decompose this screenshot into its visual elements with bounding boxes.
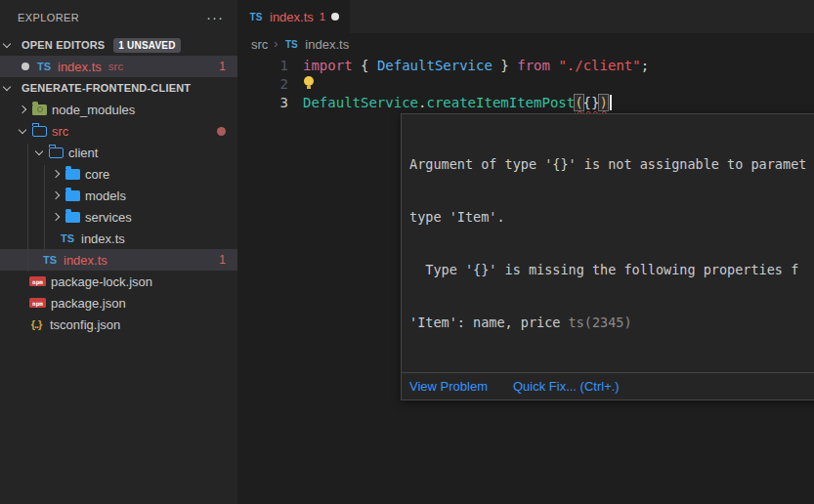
code-line-3: 3 DefaultService.createItemItemPost({}) [237, 94, 814, 112]
breadcrumb-folder[interactable]: src [251, 37, 268, 52]
npm-icon: npm [29, 276, 46, 286]
chevron-separator-icon: › [274, 37, 278, 51]
project-section-header[interactable]: GENERATE-FRONTEND-CLIENT [0, 77, 237, 99]
error-dot-icon [217, 127, 226, 136]
code-editor[interactable]: 1 import { DefaultService } from "./clie… [237, 57, 814, 112]
hover-footer: View Problem Quick Fix... (Ctrl+.) [402, 372, 814, 399]
chevron-down-icon [35, 147, 43, 154]
error-hover-tooltip: Argument of type '{}' is not assignable … [401, 113, 814, 400]
explorer-titlebar: EXPLORER ··· [0, 0, 237, 34]
view-problem-link[interactable]: View Problem [409, 379, 488, 394]
tree-item-src-indexts[interactable]: TS index.ts 1 [0, 249, 237, 271]
typescript-icon: TS [248, 12, 264, 22]
line-number: 1 [237, 57, 288, 75]
explorer-title: EXPLORER [18, 12, 79, 23]
typescript-icon: TS [35, 61, 53, 72]
error-message-line: type 'Item'. [409, 208, 814, 226]
error-message-line: 'Item': name, price ts(2345) [409, 314, 814, 331]
npm-icon: npm [29, 298, 46, 308]
tree-item-models[interactable]: models [0, 185, 237, 206]
breadcrumb: src › TS index.ts [237, 33, 814, 55]
tree-item-label: package.json [51, 296, 126, 311]
tab-filename: index.ts [270, 10, 314, 24]
indent-guide [44, 165, 45, 251]
tree-item-tsconfig[interactable]: {..} tsconfig.json [0, 314, 237, 335]
tree-item-label: index.ts [64, 253, 107, 268]
tree-item-label: core [85, 167, 109, 182]
typescript-icon: TS [41, 254, 59, 266]
error-message-line: Type '{}' is missing the following prope… [409, 261, 814, 278]
text-cursor [610, 95, 612, 110]
code-line-2: 2 [237, 75, 814, 94]
chevron-right-icon [52, 213, 60, 221]
tree-item-label: client [68, 146, 98, 160]
chevron-right-icon [19, 105, 26, 113]
line-number: 2 [237, 75, 288, 94]
chevron-right-icon [52, 191, 60, 199]
open-editor-filename: index.ts [58, 60, 102, 74]
indent-guide [27, 144, 28, 272]
error-message-line: Argument of type '{}' is not assignable … [409, 155, 814, 173]
unsaved-count-badge: 1 UNSAVED [113, 38, 180, 53]
folder-icon [65, 190, 80, 201]
tree-item-label: models [85, 189, 126, 203]
tree-item-label: node_modules [52, 103, 135, 117]
chevron-down-icon [19, 125, 26, 133]
quick-fix-link[interactable]: Quick Fix... (Ctrl+.) [513, 379, 620, 394]
tree-item-client[interactable]: client [0, 142, 237, 163]
tree-item-label: services [85, 210, 132, 225]
tree-item-package-json[interactable]: npm package.json [0, 292, 237, 314]
json-braces-icon: {..} [27, 318, 45, 330]
open-editors-section-header[interactable]: OPEN EDITORS 1 UNSAVED [0, 34, 237, 56]
tab-bar: TS index.ts 1 [237, 0, 814, 33]
folder-open-icon [32, 126, 47, 137]
lightbulb-icon[interactable] [304, 76, 314, 89]
tree-item-src[interactable]: src [0, 120, 237, 142]
chevron-down-icon [3, 39, 11, 47]
line-number: 3 [237, 94, 288, 112]
tab-indexts[interactable]: TS index.ts 1 [237, 0, 350, 33]
unsaved-dot-icon[interactable] [331, 13, 339, 21]
folder-icon [65, 212, 80, 223]
folder-open-icon [49, 147, 64, 158]
tree-item-label: src [52, 124, 68, 139]
tab-error-count: 1 [320, 11, 325, 22]
explorer-sidebar: EXPLORER ··· OPEN EDITORS 1 UNSAVED TS i… [0, 0, 237, 504]
more-actions-icon[interactable]: ··· [206, 13, 224, 22]
tree-item-services[interactable]: services [0, 206, 237, 228]
typescript-icon: TS [59, 232, 76, 244]
tree-item-label: tsconfig.json [50, 317, 120, 332]
folder-icon [65, 169, 80, 180]
tree-item-label: package-lock.json [51, 274, 152, 289]
project-name-label: GENERATE-FRONTEND-CLIENT [21, 82, 191, 94]
error-squiggle: ({}) [575, 95, 608, 110]
tree-item-label: index.ts [81, 231, 125, 246]
tree-item-node-modules[interactable]: node_modules [0, 99, 237, 120]
code-line-1: 1 import { DefaultService } from "./clie… [237, 57, 814, 75]
tree-item-package-lock[interactable]: npm package-lock.json [0, 271, 237, 292]
chevron-down-icon [3, 82, 11, 90]
tree-item-core[interactable]: core [0, 163, 237, 185]
ts-error-code: ts(2345) [569, 315, 632, 330]
open-editors-label: OPEN EDITORS [21, 39, 105, 51]
open-editor-item-indexts[interactable]: TS index.ts src 1 [0, 56, 237, 77]
tree-item-client-indexts[interactable]: TS index.ts [0, 228, 237, 249]
node-modules-folder-icon [32, 105, 47, 115]
breadcrumb-file[interactable]: index.ts [305, 37, 349, 52]
typescript-icon: TS [283, 39, 299, 50]
error-count: 1 [219, 253, 226, 267]
vscode-window: { "colors": { "sidebar_bg": "#252526", "… [0, 0, 814, 504]
error-count: 1 [219, 60, 226, 73]
unsaved-dot-icon [21, 63, 29, 70]
chevron-right-icon [52, 170, 60, 178]
open-editor-folder-desc: src [108, 61, 123, 72]
error-message: Argument of type '{}' is not assignable … [402, 114, 814, 372]
